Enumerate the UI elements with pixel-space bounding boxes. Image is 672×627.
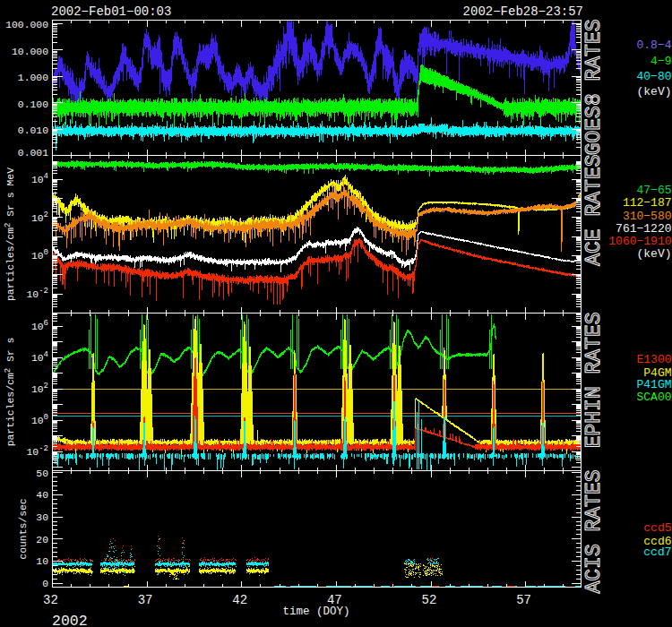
svg-text:20: 20 xyxy=(36,535,48,545)
svg-text:30: 30 xyxy=(36,512,48,523)
svg-text:0.001: 0.001 xyxy=(18,148,48,159)
svg-text:P41GM: P41GM xyxy=(636,378,671,391)
svg-text:(keV): (keV) xyxy=(636,85,671,99)
svg-text:50: 50 xyxy=(36,468,48,479)
svg-text:E1300: E1300 xyxy=(636,353,671,366)
svg-text:0: 0 xyxy=(42,579,48,589)
svg-text:57: 57 xyxy=(516,593,531,607)
svg-text:40: 40 xyxy=(36,490,48,501)
svg-text:10: 10 xyxy=(36,556,48,567)
svg-text:ccd5: ccd5 xyxy=(643,521,671,535)
svg-text:(keV): (keV) xyxy=(636,247,671,261)
svg-text:0.8−4: 0.8−4 xyxy=(636,39,671,52)
svg-text:ACIS RATES: ACIS RATES xyxy=(582,470,606,594)
svg-text:0.100: 0.100 xyxy=(18,99,48,110)
svg-text:time (DOY): time (DOY) xyxy=(282,606,349,618)
svg-text:1060−1910: 1060−1910 xyxy=(608,235,671,248)
svg-text:32: 32 xyxy=(43,593,58,607)
svg-text:particles/cm2 Sr s: particles/cm2 Sr s xyxy=(4,338,16,447)
svg-text:2002: 2002 xyxy=(52,613,88,627)
svg-text:761−1220: 761−1220 xyxy=(616,222,671,236)
svg-text:ACE RATES: ACE RATES xyxy=(582,155,606,266)
svg-text:1.000: 1.000 xyxy=(18,73,48,83)
svg-text:112−187: 112−187 xyxy=(623,196,672,210)
svg-text:2002−Feb28−23:57: 2002−Feb28−23:57 xyxy=(463,4,583,19)
svg-text:0.010: 0.010 xyxy=(18,125,48,136)
svg-text:4−9: 4−9 xyxy=(650,55,671,68)
svg-text:SCA00: SCA00 xyxy=(636,391,671,404)
svg-text:100.000: 100.000 xyxy=(5,20,48,30)
svg-text:2002−Feb01−00:03: 2002−Feb01−00:03 xyxy=(51,4,171,19)
svg-text:310−580: 310−580 xyxy=(623,210,672,223)
svg-text:counts/sec: counts/sec xyxy=(18,498,29,559)
svg-text:52: 52 xyxy=(422,593,437,607)
svg-text:47−65: 47−65 xyxy=(636,184,671,197)
svg-text:ccd7: ccd7 xyxy=(643,545,671,559)
svg-text:40−80: 40−80 xyxy=(636,70,671,83)
svg-text:10.000: 10.000 xyxy=(12,47,48,57)
svg-text:particles/cm2 Sr s MeV: particles/cm2 Sr s MeV xyxy=(4,167,16,301)
svg-text:37: 37 xyxy=(138,593,153,607)
svg-text:GOES8 RATES: GOES8 RATES xyxy=(582,20,606,156)
svg-text:42: 42 xyxy=(232,593,247,607)
svg-text:EPHIN RATES: EPHIN RATES xyxy=(582,313,606,449)
